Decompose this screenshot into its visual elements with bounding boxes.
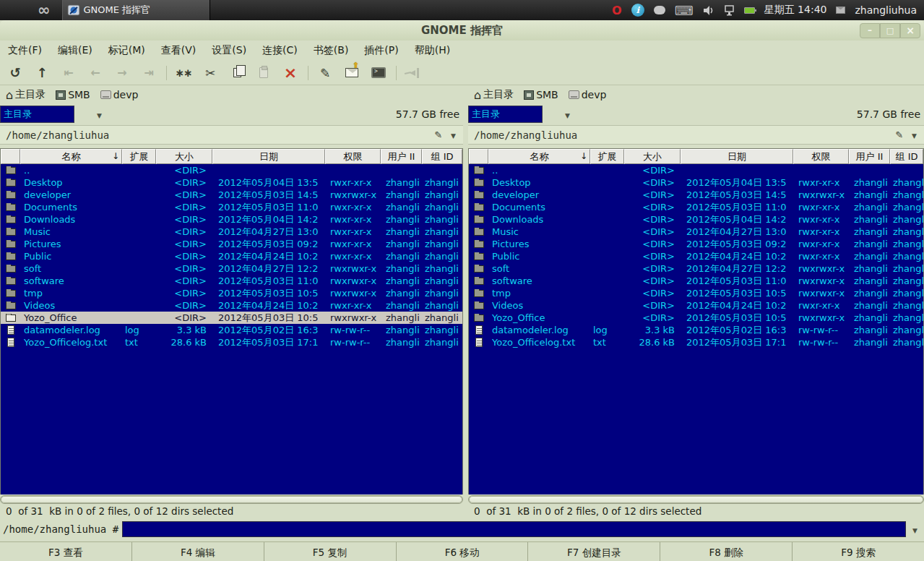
file-row[interactable]: software<DIR>2012年05月03日 11:0rwxrwxr-xzh… bbox=[1, 275, 462, 287]
user-switcher-icon[interactable] bbox=[836, 7, 845, 14]
path-dropdown-icon[interactable] bbox=[912, 129, 917, 140]
keyboard-icon[interactable] bbox=[675, 3, 694, 18]
file-row[interactable]: Videos<DIR>2012年04月24日 10:2rwxr-xr-xzhan… bbox=[1, 299, 462, 312]
scrollbar-thumb[interactable] bbox=[1, 496, 462, 503]
scrollbar-thumb[interactable] bbox=[469, 496, 923, 503]
file-row[interactable]: Desktop<DIR>2012年05月04日 13:5rwxr-xr-xzha… bbox=[469, 176, 923, 189]
opera-icon[interactable] bbox=[612, 4, 622, 17]
toolbar-edit-icon[interactable] bbox=[314, 63, 336, 83]
file-row[interactable]: ..<DIR> bbox=[1, 164, 462, 176]
fn-button-F6[interactable]: F6 移动 bbox=[396, 542, 528, 561]
path-bar[interactable]: /home/zhangliuhua bbox=[468, 125, 924, 145]
menu-item-2[interactable]: 标记(M) bbox=[100, 40, 153, 61]
fn-button-F8[interactable]: F8 删除 bbox=[660, 542, 792, 561]
username[interactable]: zhangliuhua bbox=[855, 4, 917, 16]
menu-item-5[interactable]: 连接(C) bbox=[254, 40, 306, 61]
titlebar[interactable]: GNOME 指挥官 bbox=[0, 20, 924, 40]
menu-logo-icon[interactable] bbox=[38, 0, 51, 20]
column-header-2[interactable]: 扩展 bbox=[590, 149, 624, 164]
file-row[interactable]: software<DIR>2012年05月03日 11:0rwxrwxr-xzh… bbox=[469, 275, 923, 287]
toolbar-delete-icon[interactable] bbox=[280, 63, 301, 83]
file-row[interactable]: Pictures<DIR>2012年05月03日 09:2rwxr-xr-xzh… bbox=[1, 238, 462, 250]
file-row[interactable]: Desktop<DIR>2012年05月04日 13:5rwxr-xr-xzha… bbox=[1, 176, 462, 189]
device-button-devp[interactable]: devp bbox=[100, 89, 139, 100]
file-row[interactable]: tmp<DIR>2012年05月03日 10:5rwxrwxr-xzhangli… bbox=[1, 287, 462, 299]
toolbar-open-terminal-icon[interactable] bbox=[368, 63, 389, 83]
chat-icon[interactable] bbox=[654, 6, 665, 14]
column-header-6[interactable]: 用户 II bbox=[849, 149, 890, 164]
menu-item-0[interactable]: 文件(F) bbox=[0, 40, 50, 61]
file-row[interactable]: Public<DIR>2012年04月24日 10:2rwxr-xr-xzhan… bbox=[469, 250, 923, 262]
horizontal-scrollbar[interactable] bbox=[0, 495, 463, 504]
file-row[interactable]: Music<DIR>2012年04月27日 13:0rwxr-xr-xzhang… bbox=[469, 226, 923, 238]
column-header-4[interactable]: 日期 bbox=[681, 149, 793, 164]
volume-icon[interactable] bbox=[703, 5, 714, 16]
file-row[interactable]: soft<DIR>2012年04月27日 12:2rwxrwxr-xzhangl… bbox=[1, 262, 462, 275]
menu-item-4[interactable]: 设置(S) bbox=[204, 40, 254, 61]
file-row[interactable]: Documents<DIR>2012年05月03日 11:0rwxr-xr-xz… bbox=[1, 201, 462, 213]
maximize-icon[interactable] bbox=[880, 23, 900, 38]
menu-item-6[interactable]: 书签(B) bbox=[306, 40, 357, 61]
file-row[interactable]: developer<DIR>2012年05月03日 14:5rwxrwxr-xz… bbox=[1, 189, 462, 201]
file-row[interactable]: Videos<DIR>2012年04月24日 10:2rwxr-xr-xzhan… bbox=[469, 299, 923, 312]
column-header-7[interactable]: 组 ID bbox=[890, 149, 923, 164]
column-header-1[interactable]: 名称 bbox=[20, 149, 122, 164]
device-button-SMB[interactable]: SMB bbox=[524, 89, 558, 100]
fn-button-F5[interactable]: F5 复制 bbox=[264, 542, 396, 561]
column-header-5[interactable]: 权限 bbox=[793, 149, 849, 164]
menu-item-7[interactable]: 插件(P) bbox=[356, 40, 406, 61]
file-row[interactable]: Documents<DIR>2012年05月03日 11:0rwxr-xr-xz… bbox=[469, 201, 923, 213]
file-row[interactable]: Yozo_Office<DIR>2012年05月03日 10:5rwxrwxr-… bbox=[469, 312, 923, 324]
file-row[interactable]: Downloads<DIR>2012年05月04日 14:2rwxr-xr-xz… bbox=[1, 213, 462, 226]
file-row[interactable]: Downloads<DIR>2012年05月04日 14:2rwxr-xr-xz… bbox=[469, 213, 923, 226]
column-header-0[interactable] bbox=[1, 149, 20, 164]
edit-path-icon[interactable] bbox=[434, 129, 442, 140]
display-icon[interactable] bbox=[724, 5, 735, 16]
file-row[interactable]: datamodeler.loglog3.3 kB2012年05月02日 16:3… bbox=[1, 324, 462, 336]
toolbar-send-files-icon[interactable] bbox=[341, 63, 363, 83]
toolbar-up-icon[interactable] bbox=[31, 63, 53, 83]
file-row[interactable]: Yozo_Officelog.txttxt28.6 kB2012年05月03日 … bbox=[1, 336, 462, 348]
device-button-devp[interactable]: devp bbox=[569, 89, 607, 100]
file-row[interactable]: ..<DIR> bbox=[469, 164, 923, 176]
toolbar-select-pattern-icon[interactable] bbox=[173, 63, 194, 83]
connection-dropdown[interactable]: 主目录 bbox=[0, 106, 74, 123]
column-header-1[interactable]: 名称 bbox=[488, 149, 590, 164]
column-header-3[interactable]: 大小 bbox=[624, 149, 681, 164]
file-row[interactable]: Public<DIR>2012年04月24日 10:2rwxr-xr-xzhan… bbox=[1, 250, 462, 262]
device-button-主目录[interactable]: 主目录 bbox=[474, 88, 514, 102]
command-input[interactable] bbox=[122, 521, 906, 537]
battery-icon[interactable] bbox=[744, 7, 755, 14]
minimize-icon[interactable] bbox=[860, 23, 880, 38]
file-row[interactable]: Yozo_Officelog.txttxt28.6 kB2012年05月03日 … bbox=[469, 336, 923, 348]
file-row[interactable]: Pictures<DIR>2012年05月03日 09:2rwxr-xr-xzh… bbox=[469, 238, 923, 250]
menu-item-3[interactable]: 查看(V) bbox=[153, 40, 204, 61]
column-header-4[interactable]: 日期 bbox=[212, 149, 325, 164]
column-header-3[interactable]: 大小 bbox=[156, 149, 212, 164]
file-row[interactable]: Yozo_Office<DIR>2012年05月03日 10:5rwxrwxr-… bbox=[1, 312, 462, 324]
file-row[interactable]: datamodeler.loglog3.3 kB2012年05月02日 16:3… bbox=[469, 324, 923, 336]
device-button-SMB[interactable]: SMB bbox=[56, 89, 90, 100]
fn-button-F9[interactable]: F9 搜索 bbox=[792, 542, 924, 561]
connection-dropdown[interactable]: 主目录 bbox=[468, 106, 543, 123]
column-header-2[interactable]: 扩展 bbox=[122, 149, 156, 164]
clock[interactable]: 星期五 14:40 bbox=[764, 4, 827, 17]
file-row[interactable]: tmp<DIR>2012年05月03日 10:5rwxrwxr-xzhangli… bbox=[469, 287, 923, 299]
file-row[interactable]: Music<DIR>2012年04月27日 13:0rwxr-xr-xzhang… bbox=[1, 226, 462, 238]
column-header-5[interactable]: 权限 bbox=[325, 149, 381, 164]
menu-item-1[interactable]: 编辑(E) bbox=[50, 40, 100, 61]
fn-button-F7[interactable]: F7 创建目录 bbox=[527, 542, 660, 561]
taskbar-window-button[interactable]: GNOME 指挥官 bbox=[62, 0, 210, 20]
path-dropdown-icon[interactable] bbox=[451, 129, 456, 140]
column-header-0[interactable] bbox=[469, 149, 488, 164]
fn-button-F3[interactable]: F3 查看 bbox=[0, 542, 131, 561]
menu-item-8[interactable]: 帮助(H) bbox=[407, 40, 458, 61]
toolbar-cut-icon[interactable] bbox=[199, 63, 221, 83]
close-icon[interactable] bbox=[900, 23, 920, 38]
file-row[interactable]: developer<DIR>2012年05月03日 14:5rwxrwxr-xz… bbox=[469, 189, 923, 201]
device-button-主目录[interactable]: 主目录 bbox=[6, 88, 46, 102]
connection-dropdown-icon[interactable] bbox=[97, 109, 102, 120]
column-header-7[interactable]: 组 ID bbox=[422, 149, 462, 164]
toolbar-refresh-icon[interactable] bbox=[4, 63, 26, 83]
path-bar[interactable]: /home/zhangliuhua bbox=[0, 125, 463, 145]
